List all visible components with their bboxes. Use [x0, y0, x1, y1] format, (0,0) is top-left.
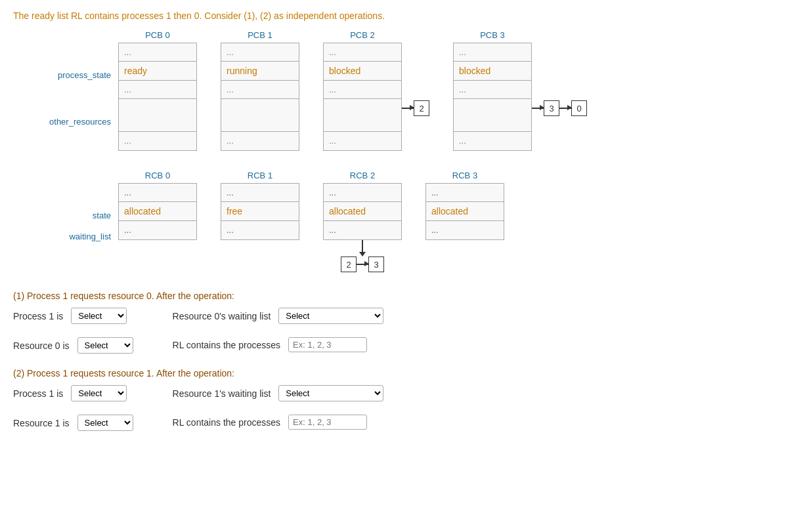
pcb-2: PCB 2 ... blocked ... ...: [323, 30, 402, 151]
rcb-1-waiting: ...: [221, 221, 299, 239]
q2-r1-label: Resource 1 is: [13, 418, 70, 428]
pcb-1-cell-3: ...: [221, 81, 299, 99]
pcb-0: PCB 0 ... ready ... ...: [118, 30, 197, 151]
rcb-2-linked-boxes: 2 3: [341, 256, 384, 272]
q2-p1-label: Process 1 is: [13, 388, 63, 399]
pcb-3-arrow-box-3: 3: [544, 100, 559, 116]
pcb-2-cell-1: ...: [324, 43, 401, 62]
rcb-2-state: allocated: [324, 202, 401, 221]
pcb-2-cell-5: ...: [324, 132, 401, 150]
rcb-1-state: free: [221, 202, 299, 221]
label-process-state: process_state: [13, 64, 118, 85]
pcb-0-cell-3: ...: [119, 81, 196, 99]
rcb-2-link-box-2: 2: [341, 256, 357, 272]
pcb-2-arrow: 2: [402, 100, 429, 116]
q1-p1-select[interactable]: Select: [71, 308, 127, 324]
label-state: state: [13, 205, 118, 226]
intro-text: The ready list RL contains processes 1 t…: [13, 10, 790, 21]
q2-r1-select[interactable]: Select: [77, 415, 133, 431]
pcb-2-title: PCB 2: [350, 30, 375, 40]
pcb-0-cell-1: ...: [119, 43, 196, 62]
q2-rl-input[interactable]: [288, 415, 367, 430]
rcb-2-link-box-3: 3: [368, 256, 384, 272]
pcb-1-title: PCB 1: [248, 30, 272, 40]
pcb-3-group: PCB 3 ... blocked ... ... 3 0: [453, 30, 587, 151]
q2-p1-select[interactable]: Select: [71, 385, 127, 401]
pcb-2-other-res: [324, 99, 401, 132]
pcb-2-state: blocked: [324, 62, 401, 81]
pcb-1-cell-5: ...: [221, 132, 299, 150]
label-waiting-list: waiting_list: [13, 226, 118, 247]
rcb-2-cell-1: ...: [324, 184, 401, 202]
rcb-3-state: allocated: [426, 202, 504, 221]
pcb-3: PCB 3 ... blocked ... ...: [453, 30, 532, 151]
q2-heading: (2) Process 1 requests resource 1. After…: [13, 368, 790, 379]
q2-wl-label: Resource 1's waiting list: [173, 388, 271, 399]
pcb-3-title: PCB 3: [480, 30, 505, 40]
q1-heading: (1) Process 1 requests resource 0. After…: [13, 291, 790, 301]
pcb-3-arrow-box-0: 0: [571, 100, 587, 116]
pcb-3-cell-1: ...: [454, 43, 531, 62]
rcb-2-arrow-down: [359, 240, 366, 256]
pcb-3-state: blocked: [454, 62, 531, 81]
label-other-resources: other_resources: [13, 105, 118, 138]
rcb-1-cell-1: ...: [221, 184, 299, 202]
pcb-0-title: PCB 0: [145, 30, 170, 40]
pcb-0-other-res: [119, 99, 196, 132]
rcb-2-title: RCB 2: [350, 171, 375, 180]
rcb-1: RCB 1 ... free ...: [221, 171, 299, 240]
pcb-2-cell-3: ...: [324, 81, 401, 99]
q1-r0-select[interactable]: Select: [77, 337, 133, 354]
rcb-3: RCB 3 ... allocated ...: [425, 171, 504, 240]
pcb-3-other-res: [454, 99, 531, 132]
rcb-2: RCB 2 ... allocated ... 2 3: [323, 171, 402, 272]
q2-wl-select[interactable]: Select: [278, 385, 383, 401]
rcb-1-title: RCB 1: [248, 171, 272, 180]
pcb-3-cell-3: ...: [454, 81, 531, 99]
q1-p1-label: Process 1 is: [13, 311, 63, 321]
q1-rl-input[interactable]: [288, 337, 367, 352]
rcb-0-state: allocated: [119, 202, 196, 221]
rcb-3-title: RCB 3: [452, 171, 477, 180]
q1-wl-label: Resource 0's waiting list: [173, 311, 271, 321]
pcb-1: PCB 1 ... running ... ...: [221, 30, 299, 151]
pcb-2-arrow-box: 2: [414, 100, 429, 116]
q1-r0-label: Resource 0 is: [13, 340, 70, 351]
pcb-1-cell-1: ...: [221, 43, 299, 62]
pcb-0-state: ready: [119, 62, 196, 81]
rcb-3-cell-1: ...: [426, 184, 504, 202]
rcb-0-cell-1: ...: [119, 184, 196, 202]
pcb-2-group: PCB 2 ... blocked ... ... 2: [323, 30, 429, 151]
q1-rl-label: RL contains the processes: [173, 340, 280, 350]
rcb-0-waiting: ...: [119, 221, 196, 239]
rcb-0-title: RCB 0: [145, 171, 170, 180]
pcb-3-cell-5: ...: [454, 132, 531, 150]
q2-rl-label: RL contains the processes: [173, 417, 280, 428]
q1-wl-select[interactable]: Select: [278, 308, 383, 324]
rcb-2-waiting: ...: [324, 221, 401, 239]
pcb-3-arrow: 3 0: [532, 100, 587, 116]
pcb-0-cell-5: ...: [119, 132, 196, 150]
pcb-1-state: running: [221, 62, 299, 81]
pcb-1-other-res: [221, 99, 299, 132]
rcb-0: RCB 0 ... allocated ...: [118, 171, 197, 240]
rcb-3-waiting: ...: [426, 221, 504, 239]
